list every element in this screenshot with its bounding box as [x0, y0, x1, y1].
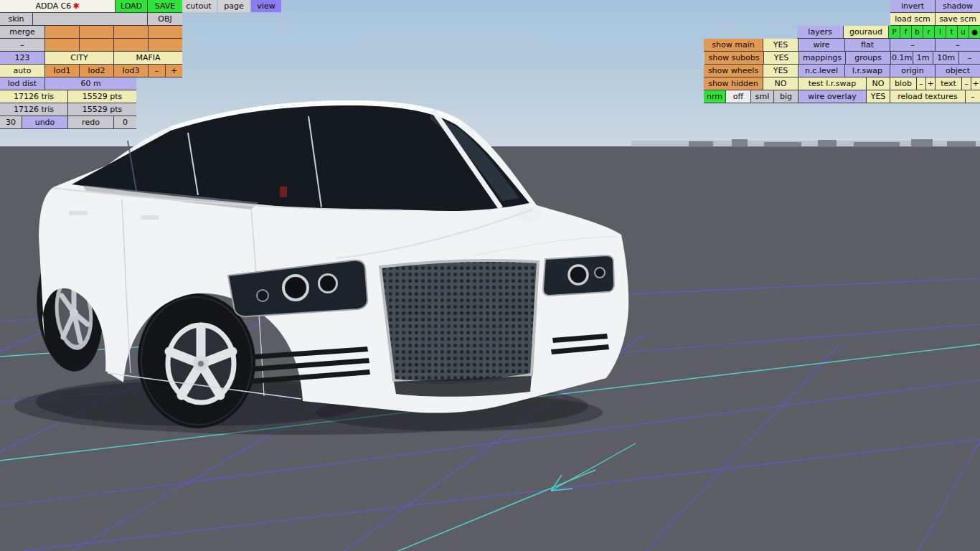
variant-123-button[interactable]: 123 [0, 52, 44, 64]
skin-button[interactable]: skin [0, 13, 32, 25]
file-name: ADDA C6 [35, 1, 71, 11]
flat-button[interactable]: flat [845, 39, 890, 51]
lod-dist-value[interactable]: 60 m [45, 77, 136, 90]
reload-textures-button[interactable]: reload textures [890, 90, 965, 103]
layers-button[interactable]: layers [797, 26, 843, 38]
text-minus-button[interactable]: – [962, 77, 971, 90]
group-empty-slot[interactable] [45, 26, 79, 38]
show-subobs-value[interactable]: YES [764, 52, 798, 64]
nrm-big-button[interactable]: big [774, 90, 798, 103]
blob-minus-button[interactable]: – [917, 77, 925, 90]
group-empty-slot[interactable] [114, 39, 148, 51]
skin-row: skin OBJ [0, 13, 182, 26]
cam-u-button[interactable]: u [958, 26, 969, 38]
group-empty-slot[interactable] [149, 39, 182, 51]
nrm-sml-button[interactable]: sml [751, 90, 773, 103]
show-main-value[interactable]: YES [763, 39, 798, 51]
group-empty-slot[interactable] [80, 39, 113, 51]
blob-button[interactable]: blob [890, 77, 916, 90]
wire-overlay-value[interactable]: YES [867, 90, 890, 103]
test-lr-swap-button[interactable]: test l.r.swap [798, 77, 866, 90]
lod2-button[interactable]: lod2 [80, 65, 113, 77]
cam-r-button[interactable]: r [923, 26, 934, 38]
cam-dot-button[interactable]: ● [969, 26, 980, 38]
save-button[interactable]: SAVE [148, 0, 182, 12]
lod1-button[interactable]: lod1 [45, 65, 79, 77]
lod-row: auto lod1 lod2 lod3 – + [0, 65, 182, 77]
wire-button[interactable]: wire [798, 39, 844, 51]
lod-auto-button[interactable]: auto [0, 65, 44, 77]
test-lr-swap-value[interactable]: NO [867, 77, 890, 90]
pts-count-2: 15529 pts [68, 103, 136, 116]
lod3-button[interactable]: lod3 [114, 65, 148, 77]
stats-row-1: 17126 tris 15529 pts [0, 90, 136, 103]
show-main-button[interactable]: show main [704, 39, 763, 51]
undo-button[interactable]: undo [22, 116, 67, 128]
file-name-button[interactable]: ADDA C6 ✱ [0, 0, 115, 12]
merge-button[interactable]: merge [0, 26, 44, 38]
group-empty-slot[interactable] [114, 26, 148, 38]
tris-count: 17126 tris [0, 90, 67, 103]
lod-dist-row: lod dist 60 m [0, 77, 136, 90]
show-hidden-value[interactable]: NO [763, 77, 798, 90]
nrm-off-button[interactable]: off [726, 90, 750, 103]
group-empty-slot[interactable] [80, 26, 113, 38]
group-empty-slot[interactable] [45, 39, 79, 51]
stats-row-2: 17126 tris 15529 pts [0, 103, 136, 116]
groups-button[interactable]: groups [846, 52, 890, 64]
dash-a-button[interactable]: – [890, 39, 935, 51]
cam-p-button[interactable]: P [889, 26, 900, 38]
lod-dist-label: lod dist [0, 77, 44, 90]
variant-row: 123 CITY MAFIA [0, 52, 182, 65]
variant-mafia-button[interactable]: MAFIA [114, 52, 182, 64]
nrm-button[interactable]: nrm [704, 90, 725, 103]
layers-row: layers gouraud P f b r l t u ● [797, 26, 980, 39]
gouraud-button[interactable]: gouraud [844, 26, 888, 38]
nc-level-button[interactable]: n.c.level [798, 65, 844, 77]
show-hidden-button[interactable]: show hidden [704, 77, 763, 90]
save-scm-button[interactable]: save scm [936, 13, 980, 25]
blob-plus-button[interactable]: + [926, 77, 935, 90]
display-panel: invert shadow load scm save scm layers g… [704, 0, 980, 103]
snap-10m-button[interactable]: 10m [933, 52, 958, 64]
cam-f-button[interactable]: f [900, 26, 911, 38]
skin-slot[interactable] [33, 13, 147, 25]
snap-dash-button[interactable]: – [959, 52, 980, 64]
variant-city-button[interactable]: CITY [45, 52, 113, 64]
text-button[interactable]: text [936, 77, 961, 90]
menu-cutout-button[interactable]: cutout [181, 0, 217, 12]
modified-marker: ✱ [72, 1, 79, 11]
menu-page-button[interactable]: page [218, 0, 250, 12]
menu-view-button[interactable]: view [251, 0, 281, 12]
cam-b-button[interactable]: b [912, 26, 923, 38]
dash-b-button[interactable]: – [936, 39, 980, 51]
wire-overlay-button[interactable]: wire overlay [798, 90, 866, 103]
dash-button[interactable]: – [0, 39, 44, 51]
shadow-button[interactable]: shadow [936, 0, 980, 12]
redo-button[interactable]: redo [68, 116, 113, 128]
lod-plus-button[interactable]: + [166, 65, 182, 77]
load-button[interactable]: LOAD [116, 0, 147, 12]
snap-01m-button[interactable]: 0.1m [891, 52, 913, 64]
lod-minus-button[interactable]: – [149, 65, 165, 77]
mappings-button[interactable]: mappings [799, 52, 845, 64]
load-scm-button[interactable]: load scm [890, 13, 935, 25]
show-subobs-row: show subobs YES mappings groups 0.1m 1m … [705, 52, 980, 65]
obj-button[interactable]: OBJ [148, 13, 182, 25]
redo-count: 0 [114, 116, 136, 128]
show-wheels-button[interactable]: show wheels [704, 65, 763, 77]
cam-t-button[interactable]: t [946, 26, 957, 38]
object-button[interactable]: object [936, 65, 980, 77]
lr-swap-button[interactable]: l.r.swap [845, 65, 890, 77]
cam-l-button[interactable]: l [935, 26, 946, 38]
app-window: H subob tri point build map cutout page … [0, 0, 980, 551]
origin-button[interactable]: origin [890, 65, 935, 77]
show-hidden-row: show hidden NO test l.r.swap NO blob – +… [704, 77, 980, 90]
group-empty-slot[interactable] [149, 26, 182, 38]
show-subobs-button[interactable]: show subobs [705, 52, 763, 64]
invert-button[interactable]: invert [890, 0, 935, 12]
snap-1m-button[interactable]: 1m [913, 52, 933, 64]
show-wheels-value[interactable]: YES [763, 65, 798, 77]
reload-dash-button[interactable]: – [966, 90, 980, 103]
text-plus-button[interactable]: + [971, 77, 980, 90]
